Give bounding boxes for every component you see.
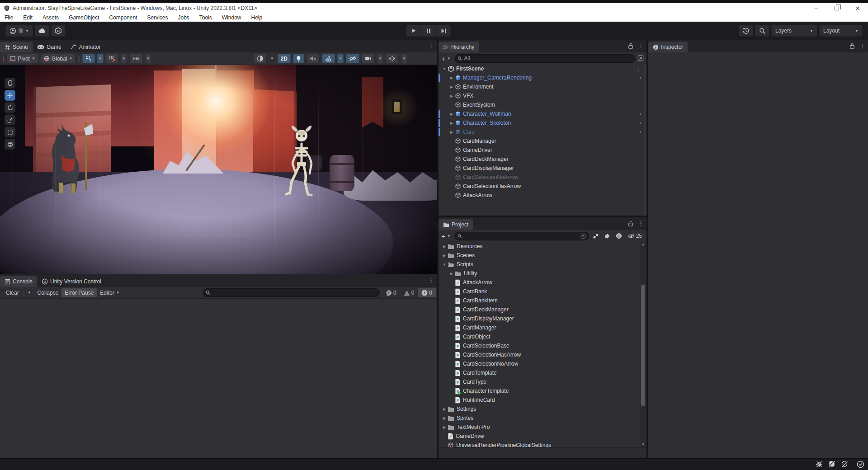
hierarchy-scrollbar[interactable] (644, 64, 646, 216)
menu-item-assets[interactable]: Assets (42, 14, 59, 21)
console-info-toggle[interactable]: ! 0 (382, 288, 400, 297)
pick-window-icon[interactable] (637, 55, 644, 61)
hierarchy-search[interactable] (454, 54, 636, 63)
toolbar-grip-2[interactable]: || (78, 56, 79, 62)
snap-increment-caret[interactable]: ▼ (121, 54, 127, 63)
layers-dropdown[interactable]: Layers▼ (771, 25, 817, 37)
restore-button[interactable] (826, 3, 847, 14)
console-warning-toggle[interactable]: ! 0 (400, 288, 418, 297)
undo-history-button[interactable] (739, 25, 753, 37)
scene-tabbar-kebab[interactable]: ⋮ (428, 42, 434, 49)
project-row[interactable]: #AttackArrow (439, 278, 646, 287)
project-row[interactable]: #CharacterTemplate (439, 386, 646, 395)
gizmos-button[interactable] (386, 54, 399, 63)
version-control-button[interactable]: D (51, 25, 66, 37)
hierarchy-row[interactable]: CardDeckManager (439, 155, 646, 164)
console-tabbar-kebab[interactable]: ⋮ (428, 277, 434, 284)
search-button[interactable] (755, 25, 769, 37)
project-row[interactable]: ▶Utility (439, 269, 646, 278)
transform-tool[interactable] (5, 139, 15, 150)
project-row[interactable]: ▶TextMesh Pro (439, 423, 646, 432)
gizmos-caret[interactable]: ▼ (401, 54, 407, 63)
pick-window-icon[interactable] (580, 233, 586, 239)
2d-view-button[interactable]: 2D (278, 54, 291, 63)
tab-scene[interactable]: Scene (0, 42, 33, 52)
hierarchy-row[interactable]: AttackArrow (439, 191, 646, 200)
hierarchy-row[interactable]: CardManager (439, 136, 646, 146)
project-scrollbar[interactable]: ▲ ▼ (640, 242, 646, 447)
console-clear-button[interactable]: Clear (3, 288, 22, 297)
project-hidden-count-button[interactable]: 25 (626, 233, 644, 239)
snap-increment-button[interactable] (106, 54, 118, 63)
lock-open-icon[interactable] (849, 43, 855, 49)
effects-caret[interactable]: ▼ (337, 54, 344, 63)
hierarchy-row[interactable]: ▶Environment (439, 82, 646, 91)
view-hand-tool[interactable] (5, 78, 15, 89)
foldout-icon[interactable]: ▶ (448, 76, 455, 80)
foldout-icon[interactable]: ▶ (441, 416, 448, 420)
project-row[interactable]: #CardBank (439, 287, 646, 296)
project-label-filter-button[interactable] (603, 233, 612, 239)
project-row[interactable]: #CardTemplate (439, 368, 646, 377)
project-type-filter-button[interactable]: ! (614, 233, 624, 239)
project-row[interactable]: #CardDeckManager (439, 305, 646, 314)
hierarchy-row[interactable]: ▶Character_Wolfman› (439, 109, 646, 118)
project-row[interactable]: #CardObject (439, 332, 646, 341)
rotate-tool[interactable] (5, 102, 15, 113)
scene-viewport[interactable] (0, 65, 437, 274)
project-packages-filter-button[interactable] (591, 233, 601, 239)
hidden-objects-button[interactable] (346, 54, 359, 63)
tool-handle-rotation-dropdown[interactable]: Global▼ (41, 54, 76, 63)
menu-item-gameobject[interactable]: GameObject (69, 14, 99, 21)
project-row[interactable]: {)UniversalRenderPipelineGlobalSettings (439, 441, 646, 447)
tab-inspector[interactable]: Inspector (648, 42, 688, 52)
inspector-kebab[interactable]: ⋮ (859, 42, 865, 49)
menu-item-file[interactable]: File (5, 14, 13, 21)
tab-hierarchy[interactable]: Hierarchy (439, 42, 479, 52)
hierarchy-add-button[interactable]: + (441, 55, 445, 62)
project-row[interactable]: ▶Sprites (439, 414, 646, 423)
lock-open-icon[interactable] (628, 221, 633, 226)
step-button[interactable] (436, 25, 451, 37)
foldout-icon[interactable]: ▶ (441, 407, 448, 411)
console-clear-caret[interactable]: ▼ (24, 288, 34, 297)
toolbar-grip[interactable]: || (3, 56, 4, 62)
minimize-button[interactable]: – (806, 3, 826, 14)
project-scroll-thumb[interactable] (641, 285, 645, 406)
draw-mode-button[interactable] (254, 54, 267, 63)
progress-ok-icon[interactable] (857, 461, 864, 468)
hierarchy-row[interactable]: ▼FirstScene⋮ (439, 64, 646, 73)
foldout-icon[interactable]: ▶ (448, 112, 455, 116)
prefab-chevron-icon[interactable]: › (639, 129, 641, 135)
hierarchy-add-caret[interactable]: ▼ (447, 56, 451, 61)
hierarchy-row[interactable]: ▶Character_Skeleton› (439, 118, 646, 127)
play-button[interactable] (406, 25, 421, 37)
prefab-chevron-icon[interactable]: › (639, 111, 641, 117)
project-row[interactable]: ▶Resources (439, 242, 646, 251)
account-button[interactable]: 像 ▼ (5, 25, 33, 37)
rect-tool[interactable] (5, 127, 15, 137)
hierarchy-row[interactable]: GameDriver (439, 146, 646, 155)
prefab-chevron-icon[interactable]: › (639, 120, 641, 126)
pause-button[interactable] (421, 25, 436, 37)
foldout-icon[interactable]: ▶ (448, 85, 455, 89)
project-kebab[interactable]: ⋮ (638, 220, 644, 227)
foldout-icon[interactable]: ▶ (448, 94, 455, 98)
tool-handle-pivot-dropdown[interactable]: Pivot▼ (7, 54, 38, 63)
hierarchy-row[interactable]: CardSelectionNoArrow (439, 173, 646, 182)
project-row[interactable]: ▶Settings (439, 404, 646, 414)
scale-tool[interactable] (5, 114, 15, 125)
menu-item-window[interactable]: Window (222, 14, 241, 21)
scroll-down-icon[interactable]: ▼ (640, 442, 646, 447)
prefab-chevron-icon[interactable]: › (639, 75, 641, 81)
menu-item-help[interactable]: Help (251, 14, 263, 21)
grid-visibility-button[interactable]: Y (82, 54, 95, 63)
grid-snap-size-button[interactable] (129, 54, 143, 63)
hierarchy-row[interactable]: ▶VFX (439, 91, 646, 100)
tab-animator[interactable]: Animator (66, 42, 105, 52)
tab-project[interactable]: Project (439, 219, 473, 230)
camera-settings-caret[interactable]: ▼ (377, 54, 383, 63)
console-error-pause-button[interactable]: Error Pause (61, 288, 97, 297)
scroll-up-icon[interactable]: ▲ (640, 242, 646, 247)
menu-item-tools[interactable]: Tools (199, 14, 212, 21)
